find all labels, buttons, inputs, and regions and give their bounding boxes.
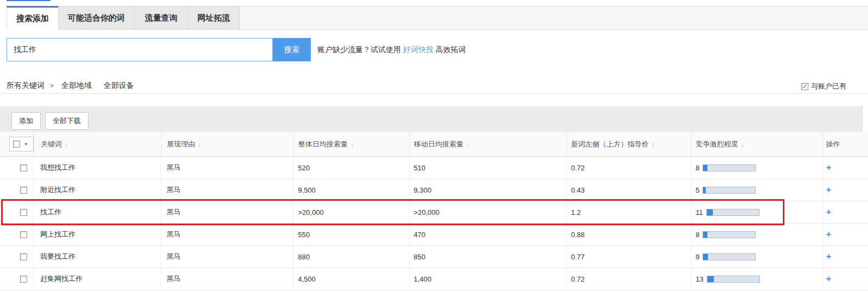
row-select-cell: [0, 201, 34, 223]
guide-price-cell: 0.72: [566, 157, 691, 179]
competition-meter: 8: [695, 231, 756, 239]
mobile-searches-cell: 470: [410, 224, 567, 245]
breadcrumb: 所有关键词 > 全部地域 全部设备: [7, 81, 146, 91]
competition-bar-fill: [703, 232, 707, 238]
overall-searches-cell: >20,000: [293, 201, 409, 223]
competition-bar-fill: [707, 276, 714, 282]
table-header-row: ▼ 关键词↓ 展现理由↓ 整体日均搜索量↓ 移动日均搜索量↓ 新词左侧（上方）指…: [0, 132, 868, 157]
tab-search-add[interactable]: 搜索添加: [7, 6, 59, 30]
account-filter-checkbox[interactable]: ✓: [801, 83, 808, 90]
section-divider: [0, 93, 868, 94]
column-header-overall-searches[interactable]: 整体日均搜索量↓: [294, 132, 410, 156]
column-header-competition[interactable]: 竞争激烈程度↓: [691, 132, 822, 156]
tab-url-expand[interactable]: 网址拓流: [188, 6, 240, 30]
filter-device[interactable]: 全部设备: [104, 81, 134, 91]
column-header-keyword[interactable]: 关键词↓: [34, 132, 162, 156]
keyword-cell: 我要找工作: [34, 246, 161, 267]
tab-suggested-words[interactable]: 可能适合你的词: [59, 6, 135, 30]
mobile-searches-cell: 9,300: [410, 179, 567, 201]
add-button[interactable]: 添加: [11, 112, 41, 130]
column-header-mobile-searches[interactable]: 移动日均搜索量↓: [410, 132, 567, 156]
search-button[interactable]: 搜索: [273, 38, 311, 61]
select-all-checkbox[interactable]: [13, 141, 20, 148]
competition-value: 9: [695, 253, 699, 261]
add-keyword-button[interactable]: +: [826, 207, 832, 218]
competition-bar: [703, 231, 756, 238]
row-checkbox[interactable]: [20, 276, 27, 283]
row-select-cell: [0, 179, 34, 201]
mobile-searches-cell: 510: [410, 157, 567, 179]
sort-down-icon[interactable]: ↓: [741, 140, 744, 148]
tab-traffic-query[interactable]: 流量查询: [135, 6, 188, 30]
add-keyword-button[interactable]: +: [826, 229, 832, 240]
row-select-cell: [0, 268, 34, 290]
action-cell: +: [823, 224, 868, 245]
competition-meter: 11: [695, 208, 760, 216]
account-filter-label: 与账户已有: [811, 81, 846, 91]
table-toolbar: 添加 全部下载: [0, 106, 863, 132]
competition-value: 13: [695, 275, 703, 283]
table-row: 网上找工作黑马5504700.888+: [0, 224, 868, 246]
reason-cell: 黑马: [161, 201, 293, 223]
select-all-combo[interactable]: ▼: [9, 137, 34, 151]
row-checkbox[interactable]: [20, 164, 27, 171]
guide-price-cell: 0.43: [566, 179, 691, 201]
competition-cell: 8: [691, 224, 822, 245]
competition-cell: 8: [691, 157, 822, 179]
competition-meter: 9: [695, 253, 756, 261]
row-select-cell: [0, 246, 34, 267]
tab-bar-filler: [240, 6, 868, 30]
mobile-searches-cell: 1,400: [410, 268, 567, 290]
filter-region[interactable]: 全部地域: [61, 81, 92, 91]
competition-value: 11: [695, 208, 703, 216]
action-cell: +: [823, 268, 868, 290]
table-body: 我想找工作黑马5205100.728+附近找工作黑马9,5009,3000.43…: [0, 157, 868, 290]
row-checkbox[interactable]: [20, 187, 27, 194]
competition-bar-fill: [707, 209, 713, 215]
select-all-cell: ▼: [0, 132, 34, 156]
action-cell: +: [823, 179, 868, 201]
breadcrumb-all-keywords[interactable]: 所有关键词: [7, 81, 44, 91]
add-keyword-button[interactable]: +: [826, 184, 832, 195]
promo-link[interactable]: 好词快投: [403, 45, 433, 55]
guide-price-cell: 0.77: [566, 246, 691, 267]
add-keyword-button[interactable]: +: [826, 273, 832, 284]
guide-price-cell: 1.2: [566, 201, 691, 223]
add-keyword-button[interactable]: +: [826, 162, 832, 173]
column-header-reason[interactable]: 展现理由↓: [162, 132, 294, 156]
competition-cell: 11: [691, 201, 822, 223]
keyword-search-input[interactable]: [7, 38, 273, 61]
overall-searches-cell: 550: [293, 224, 409, 245]
competition-cell: 13: [691, 268, 822, 290]
row-checkbox[interactable]: [20, 253, 27, 260]
competition-meter: 13: [695, 275, 760, 283]
competition-value: 5: [695, 186, 699, 194]
row-checkbox[interactable]: [20, 209, 27, 216]
competition-bar-fill: [703, 165, 707, 171]
competition-value: 8: [695, 164, 699, 172]
competition-bar: [703, 164, 756, 171]
action-cell: +: [823, 246, 868, 267]
reason-cell: 黑马: [161, 157, 293, 179]
chevron-down-icon[interactable]: ▼: [24, 142, 28, 146]
sort-down-icon[interactable]: ↓: [652, 140, 655, 148]
row-select-cell: [0, 157, 34, 179]
breadcrumb-separator: >: [50, 82, 54, 90]
table-row: 我要找工作黑马8808500.779+: [0, 246, 868, 268]
competition-cell: 9: [691, 246, 822, 267]
sort-down-icon[interactable]: ↓: [198, 140, 202, 148]
add-keyword-button[interactable]: +: [826, 251, 832, 262]
download-all-button[interactable]: 全部下载: [45, 112, 88, 130]
column-header-guide-price[interactable]: 新词左侧（上方）指导价↓: [567, 132, 692, 156]
competition-bar: [706, 209, 760, 216]
sort-down-icon[interactable]: ↓: [350, 140, 354, 148]
promo-text-prefix: 账户缺少流量？试试使用: [317, 45, 403, 55]
promo-message: 账户缺少流量？试试使用 好词快投 高效拓词: [317, 38, 466, 61]
sort-down-icon[interactable]: ↓: [65, 140, 68, 148]
top-edge-fragment: [7, 0, 50, 1]
sort-down-icon[interactable]: ↓: [466, 140, 470, 148]
overall-searches-cell: 9,500: [293, 179, 409, 201]
competition-meter: 5: [695, 186, 756, 194]
row-checkbox[interactable]: [20, 231, 27, 238]
keyword-cell: 赶集网找工作: [34, 268, 161, 290]
